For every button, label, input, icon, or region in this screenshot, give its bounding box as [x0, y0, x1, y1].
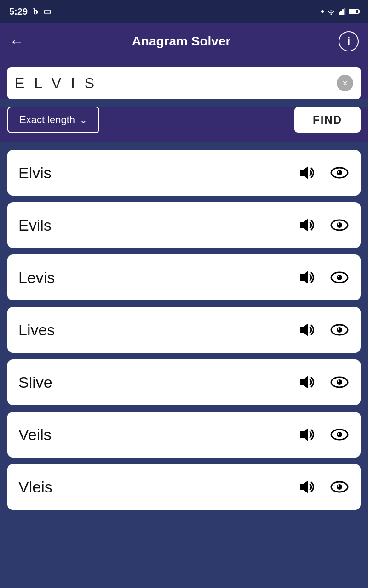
result-word: Slive: [18, 373, 297, 391]
list-item[interactable]: Vleis: [7, 464, 361, 510]
svg-point-10: [337, 222, 342, 228]
eye-icon[interactable]: [329, 320, 350, 340]
svg-marker-4: [300, 166, 308, 179]
search-input-wrapper: ×: [7, 67, 361, 99]
svg-rect-3: [344, 8, 345, 15]
list-item[interactable]: Elvis: [7, 150, 361, 196]
svg-marker-24: [300, 428, 308, 441]
svg-point-6: [337, 170, 342, 175]
result-word: Vleis: [18, 478, 297, 496]
list-item[interactable]: Levis: [7, 254, 361, 300]
eye-icon[interactable]: [329, 424, 350, 445]
svg-point-31: [338, 485, 339, 487]
battery-icon: [349, 9, 359, 14]
svg-marker-16: [300, 323, 308, 336]
svg-marker-20: [300, 376, 308, 389]
svg-point-19: [338, 328, 339, 330]
list-item[interactable]: Veils: [7, 412, 361, 458]
controls-row: Exact length ⌄ FIND: [0, 107, 368, 142]
result-actions: [297, 215, 350, 235]
result-actions: [297, 477, 350, 497]
search-input[interactable]: [15, 75, 337, 92]
sound-icon[interactable]: [297, 268, 316, 287]
sound-icon[interactable]: [297, 478, 316, 496]
result-word: Lives: [18, 321, 297, 339]
list-item[interactable]: Slive: [7, 359, 361, 405]
sound-icon[interactable]: [297, 425, 316, 444]
svg-rect-0: [339, 12, 340, 15]
eye-icon[interactable]: [329, 163, 350, 183]
sound-icon[interactable]: [297, 216, 316, 234]
status-right: [321, 8, 359, 15]
result-word: Veils: [18, 426, 297, 444]
list-item[interactable]: Evils: [7, 202, 361, 248]
svg-point-30: [337, 484, 342, 490]
exact-length-button[interactable]: Exact length ⌄: [7, 107, 99, 133]
p-icon: 𝐛: [33, 7, 38, 17]
result-actions: [297, 424, 350, 445]
svg-rect-1: [340, 11, 342, 15]
search-container: ×: [0, 60, 368, 99]
results-container: Elvis Evils: [0, 142, 368, 517]
result-word: Elvis: [18, 164, 297, 182]
svg-point-27: [338, 433, 339, 435]
status-time: 5:29: [9, 6, 28, 17]
svg-point-7: [338, 171, 339, 173]
signal-icon: [339, 8, 346, 15]
find-button[interactable]: FIND: [294, 107, 361, 133]
result-actions: [297, 267, 350, 288]
sound-icon[interactable]: [297, 321, 316, 339]
sound-icon[interactable]: [297, 164, 316, 182]
dot-indicator: [321, 10, 324, 13]
page-title: Anagram Solver: [132, 34, 231, 49]
wifi-icon: [327, 8, 336, 15]
svg-point-18: [337, 327, 342, 333]
eye-icon[interactable]: [329, 215, 350, 235]
svg-point-14: [337, 275, 342, 280]
eye-icon[interactable]: [329, 372, 350, 392]
result-actions: [297, 372, 350, 392]
list-item[interactable]: Lives: [7, 307, 361, 353]
chevron-down-icon: ⌄: [80, 114, 87, 125]
svg-point-22: [337, 379, 342, 385]
screen-icon: ▭: [43, 6, 51, 17]
toolbar: ← Anagram Solver i: [0, 23, 368, 60]
result-actions: [297, 163, 350, 183]
svg-marker-12: [300, 271, 308, 284]
back-button[interactable]: ←: [9, 33, 24, 50]
status-bar: 5:29 𝐛 ▭: [0, 0, 368, 23]
result-actions: [297, 320, 350, 340]
exact-length-label: Exact length: [19, 114, 75, 126]
result-word: Levis: [18, 269, 297, 287]
svg-marker-28: [300, 481, 308, 493]
clear-button[interactable]: ×: [337, 75, 353, 91]
info-button[interactable]: i: [339, 31, 359, 51]
status-left: 5:29 𝐛 ▭: [9, 6, 51, 17]
svg-point-15: [338, 276, 339, 277]
result-word: Evils: [18, 216, 297, 234]
eye-icon[interactable]: [329, 477, 350, 497]
svg-marker-8: [300, 219, 308, 232]
svg-point-23: [338, 380, 339, 382]
svg-point-11: [338, 223, 339, 225]
svg-rect-2: [342, 9, 344, 15]
sound-icon[interactable]: [297, 373, 316, 391]
svg-point-26: [337, 432, 342, 437]
eye-icon[interactable]: [329, 267, 350, 288]
